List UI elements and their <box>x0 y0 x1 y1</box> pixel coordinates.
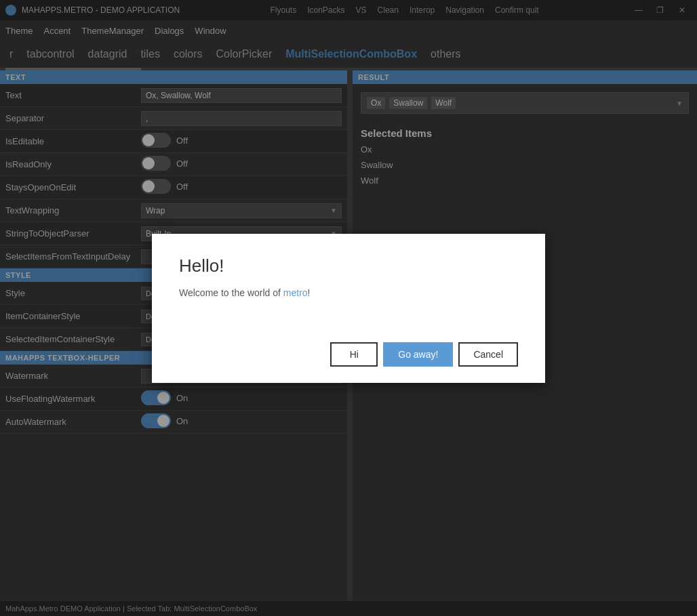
modal-body: Hello! Welcome to the world of metro! <box>152 234 545 331</box>
hi-button[interactable]: Hi <box>330 342 378 367</box>
modal-dialog: Hello! Welcome to the world of metro! Hi… <box>152 234 545 383</box>
modal-title: Hello! <box>179 255 518 276</box>
modal-message: Welcome to the world of metro! <box>179 287 518 298</box>
modal-overlay: Hello! Welcome to the world of metro! Hi… <box>0 0 697 616</box>
goaway-button[interactable]: Go away! <box>383 342 453 367</box>
cancel-button[interactable]: Cancel <box>458 342 518 367</box>
modal-message-highlight: metro <box>283 287 308 298</box>
modal-footer: Hi Go away! Cancel <box>152 331 545 383</box>
